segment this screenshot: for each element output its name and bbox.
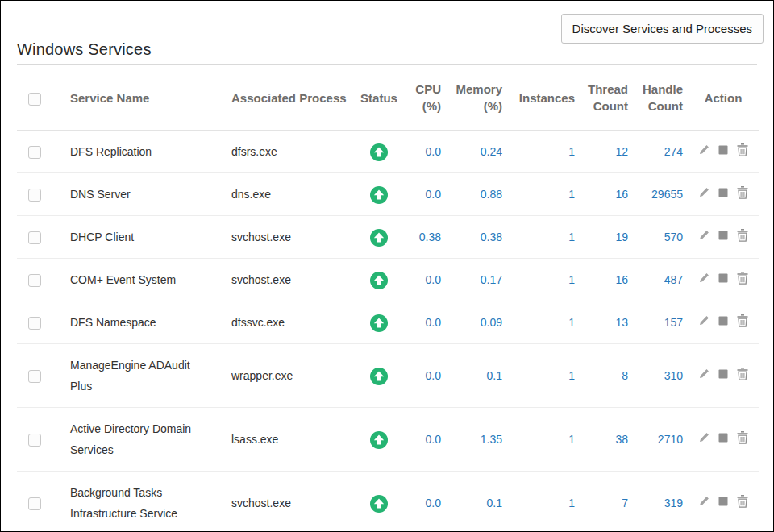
table-row: DHCP Client svchost.exe 0.38 0.38 1 19 5… <box>17 216 759 259</box>
status-cell <box>354 173 404 216</box>
handle-count-cell: 319 <box>633 472 688 532</box>
cpu-cell: 0.0 <box>404 173 446 216</box>
row-checkbox-cell <box>17 173 54 216</box>
status-cell <box>354 344 404 408</box>
stop-icon[interactable] <box>718 273 728 283</box>
stop-icon[interactable] <box>718 433 728 443</box>
stop-icon[interactable] <box>718 369 728 379</box>
edit-icon[interactable] <box>698 272 710 284</box>
edit-icon[interactable] <box>698 144 710 156</box>
row-actions <box>698 495 748 508</box>
handle-count-cell: 157 <box>633 301 688 344</box>
row-actions <box>698 431 748 444</box>
service-name-cell: ManageEngine ADAudit Plus <box>54 344 215 408</box>
stop-icon[interactable] <box>718 231 728 240</box>
delete-icon[interactable] <box>737 368 748 380</box>
instances-cell: 1 <box>507 216 580 259</box>
row-checkbox[interactable] <box>28 370 41 383</box>
memory-cell: 0.1 <box>446 472 507 532</box>
handle-count-cell: 570 <box>633 216 688 259</box>
delete-icon[interactable] <box>737 272 748 285</box>
delete-icon[interactable] <box>737 495 748 508</box>
row-checkbox[interactable] <box>28 274 41 287</box>
status-up-icon <box>370 431 388 449</box>
status-up-icon <box>370 229 388 247</box>
memory-cell: 0.1 <box>446 344 507 408</box>
row-checkbox-cell <box>17 408 54 472</box>
stop-icon[interactable] <box>718 145 728 155</box>
thread-count-cell: 16 <box>580 173 633 216</box>
column-header-instances: Instances <box>507 65 580 131</box>
delete-icon[interactable] <box>737 186 748 199</box>
status-cell <box>354 408 404 472</box>
associated-process-cell: svchost.exe <box>215 472 354 532</box>
cpu-cell: 0.0 <box>404 131 446 173</box>
delete-icon[interactable] <box>737 143 748 156</box>
row-checkbox[interactable] <box>28 231 41 244</box>
discover-services-button[interactable]: Discover Services and Processes <box>561 14 764 44</box>
column-header-handle-count: Handle Count <box>633 65 688 131</box>
handle-count-cell: 2710 <box>633 408 688 472</box>
delete-icon[interactable] <box>737 229 748 242</box>
row-actions <box>698 272 748 285</box>
edit-icon[interactable] <box>698 230 710 241</box>
action-cell <box>688 344 759 408</box>
instances-cell: 1 <box>507 344 580 408</box>
stop-icon[interactable] <box>718 316 728 326</box>
service-name-cell: DFS Replication <box>54 131 215 173</box>
handle-count-cell: 310 <box>633 344 688 408</box>
thread-count-cell: 7 <box>580 472 633 532</box>
row-checkbox[interactable] <box>28 146 41 159</box>
associated-process-cell: dns.exe <box>215 173 354 216</box>
table-header-row: Service Name Associated Process Status C… <box>17 65 759 131</box>
table-row: DFS Replication dfsrs.exe 0.0 0.24 1 12 … <box>17 131 759 173</box>
services-table: Service Name Associated Process Status C… <box>17 65 759 532</box>
column-header-memory: Memory (%) <box>446 65 507 131</box>
stop-icon[interactable] <box>718 188 728 197</box>
action-cell <box>688 173 759 216</box>
edit-icon[interactable] <box>698 432 710 443</box>
delete-icon[interactable] <box>737 431 748 444</box>
table-row: DNS Server dns.exe 0.0 0.88 1 16 29655 <box>17 173 759 216</box>
column-header-associated-process: Associated Process <box>215 65 354 131</box>
memory-cell: 1.35 <box>446 408 507 472</box>
row-checkbox[interactable] <box>28 497 41 510</box>
edit-icon[interactable] <box>698 496 710 507</box>
action-cell <box>688 216 759 259</box>
status-cell <box>354 216 404 259</box>
action-cell <box>688 408 759 472</box>
column-header-action: Action <box>688 65 759 131</box>
instances-cell: 1 <box>507 131 580 173</box>
cpu-cell: 0.0 <box>404 408 446 472</box>
status-cell <box>354 131 404 173</box>
table-row: ManageEngine ADAudit Plus wrapper.exe 0.… <box>17 344 759 408</box>
select-all-cell <box>17 65 54 131</box>
memory-cell: 0.17 <box>446 259 507 301</box>
cpu-cell: 0.0 <box>404 344 446 408</box>
handle-count-cell: 274 <box>633 131 688 173</box>
row-actions <box>698 186 748 199</box>
stop-icon[interactable] <box>718 497 728 506</box>
service-name-cell: DHCP Client <box>54 216 215 259</box>
thread-count-cell: 8 <box>580 344 633 408</box>
instances-cell: 1 <box>507 173 580 216</box>
status-up-icon <box>370 143 388 161</box>
instances-cell: 1 <box>507 301 580 344</box>
handle-count-cell: 29655 <box>633 173 688 216</box>
edit-icon[interactable] <box>698 187 710 198</box>
cpu-cell: 0.0 <box>404 259 446 301</box>
instances-cell: 1 <box>507 408 580 472</box>
edit-icon[interactable] <box>698 368 710 380</box>
thread-count-cell: 19 <box>580 216 633 259</box>
edit-icon[interactable] <box>698 315 710 326</box>
memory-cell: 0.24 <box>446 131 507 173</box>
row-checkbox[interactable] <box>28 189 41 202</box>
select-all-checkbox[interactable] <box>28 93 41 106</box>
thread-count-cell: 13 <box>580 301 633 344</box>
delete-icon[interactable] <box>737 314 748 327</box>
status-up-icon <box>370 495 388 513</box>
associated-process-cell: dfsrs.exe <box>215 131 354 173</box>
service-name-cell: Active Directory Domain Services <box>54 408 215 472</box>
row-checkbox[interactable] <box>28 317 41 330</box>
row-checkbox[interactable] <box>28 434 41 447</box>
